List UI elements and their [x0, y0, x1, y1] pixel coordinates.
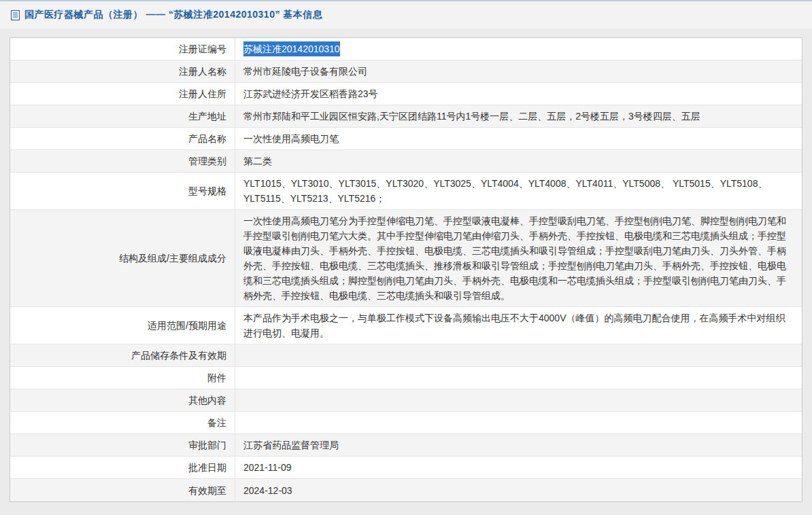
row-label: 有效期至 — [10, 479, 235, 501]
row-label: 批准日期 — [10, 457, 235, 478]
table-row: 适用范围/预期用途 本产品作为手术电极之一，与单极工作模式下设备高频输出电压不大… — [10, 307, 802, 344]
row-label: 注册证编号 — [10, 38, 235, 60]
row-label: 审批部门 — [10, 434, 235, 456]
row-value — [235, 412, 802, 433]
row-label: 产品储存条件及有效期 — [10, 344, 235, 366]
table-row: 产品名称 一次性使用高频电刀笔 — [10, 128, 802, 150]
row-label: 注册人名称 — [10, 60, 235, 82]
row-value: 一次性使用高频电刀笔 — [235, 128, 802, 149]
row-label: 附件 — [10, 367, 235, 389]
row-label: 结构及组成/主要组成成分 — [10, 210, 235, 306]
table-row: 注册证编号 苏械注准20142010310 — [10, 38, 802, 60]
row-value: YLT1015、YLT3010、YLT3015、YLT3020、YLT3025、… — [235, 173, 802, 209]
row-value — [235, 389, 802, 411]
row-label: 备注 — [10, 412, 235, 433]
table-row: 管理类别 第二类 — [10, 150, 802, 173]
row-label: 注册人住所 — [10, 83, 235, 105]
row-value: 江苏武进经济开发区稻香路23号 — [235, 83, 802, 105]
table-row: 型号规格 YLT1015、YLT3010、YLT3015、YLT3020、YLT… — [10, 173, 802, 210]
table-row: 生产地址 常州市郑陆和平工业园区恒安路,天宁区团结路11号内1号楼一层、二层、五… — [10, 105, 802, 128]
row-value: 江苏省药品监督管理局 — [235, 434, 802, 456]
table-row: 审批部门 江苏省药品监督管理局 — [10, 434, 802, 457]
row-value: 2024-12-03 — [235, 479, 802, 501]
table-row: 备注 — [10, 412, 802, 434]
row-value: 本产品作为手术电极之一，与单极工作模式下设备高频输出电压不大于4000V（峰值）… — [235, 307, 802, 344]
row-value — [235, 367, 802, 389]
table-row: 其他内容 — [10, 389, 802, 412]
selected-registration-number: 苏械注准20142010310 — [243, 41, 340, 56]
row-value: 苏械注准20142010310 — [235, 38, 802, 60]
table-row: 注册人名称 常州市延陵电子设备有限公司 — [10, 60, 802, 83]
page-header: 国产医疗器械产品（注册） —— “苏械注准20142010310” 基本信息 — [0, 1, 812, 29]
page-title: 国产医疗器械产品（注册） —— “苏械注准20142010310” 基本信息 — [24, 9, 322, 21]
row-value: 常州市郑陆和平工业园区恒安路,天宁区团结路11号内1号楼一层、二层、五层，2号楼… — [235, 105, 802, 127]
table-row: 批准日期 2021-11-09 — [10, 457, 802, 479]
row-value: 一次性使用高频电刀笔分为手控型伸缩电刀笔、手控型吸液电凝棒、手控型吸刮电刀笔、手… — [235, 210, 802, 306]
row-label: 适用范围/预期用途 — [10, 307, 235, 344]
row-label: 管理类别 — [10, 150, 235, 172]
row-label: 生产地址 — [10, 105, 235, 127]
row-value — [235, 344, 802, 366]
document-icon — [11, 10, 20, 20]
table-row: 有效期至 2024-12-03 — [10, 479, 802, 501]
table-row: 注册人住所 江苏武进经济开发区稻香路23号 — [10, 83, 802, 105]
table-row: 结构及组成/主要组成成分 一次性使用高频电刀笔分为手控型伸缩电刀笔、手控型吸液电… — [10, 210, 802, 307]
row-label: 其他内容 — [10, 389, 235, 411]
table-row: 产品储存条件及有效期 — [10, 344, 802, 367]
row-value: 2021-11-09 — [235, 457, 802, 478]
row-label: 产品名称 — [10, 128, 235, 149]
row-value: 第二类 — [235, 150, 802, 172]
row-label: 型号规格 — [10, 173, 235, 209]
registration-table: 注册证编号 苏械注准20142010310 注册人名称 常州市延陵电子设备有限公… — [10, 37, 802, 502]
table-row: 附件 — [10, 367, 802, 389]
row-value: 常州市延陵电子设备有限公司 — [235, 60, 802, 82]
